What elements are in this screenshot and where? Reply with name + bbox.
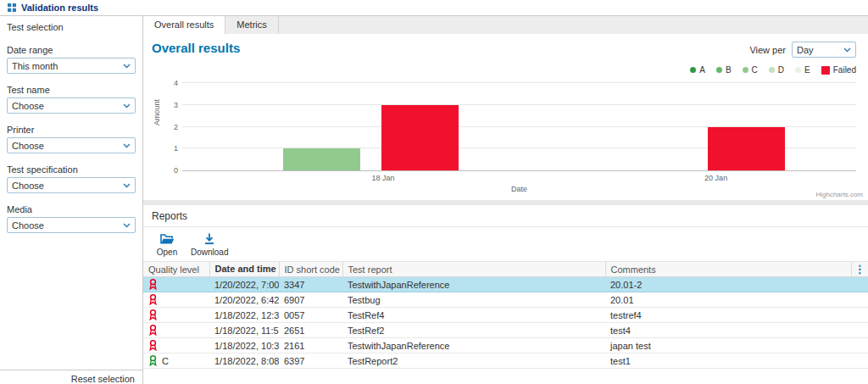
reset-selection-link[interactable]: Reset selection: [71, 374, 135, 384]
column-header-test-report[interactable]: Test report: [342, 262, 605, 277]
legend-label: A: [699, 65, 705, 75]
cell-comments: 20.01-2: [605, 277, 851, 292]
quality-grade: C: [162, 356, 169, 366]
chart-legend: ABCDEFailed: [690, 65, 856, 75]
chart-bar-failed-18-jan: [381, 105, 459, 170]
chevron-down-icon: [123, 223, 131, 228]
column-header-quality-level[interactable]: Quality level: [143, 262, 209, 277]
quality-ribbon-icon: [148, 325, 158, 336]
legend-item-b[interactable]: B: [716, 65, 732, 75]
filter-select-printer[interactable]: Choose: [7, 137, 136, 153]
cell-test-report: TestwithJapanReference: [342, 338, 605, 353]
quality-ribbon-icon: [148, 309, 158, 320]
table-header-row: Quality levelDate and timeID short codeT…: [143, 262, 868, 277]
column-label: Test report: [348, 264, 392, 275]
cell-quality-level: [143, 338, 209, 353]
legend-item-failed[interactable]: Failed: [821, 65, 856, 75]
legend-item-c[interactable]: C: [743, 65, 758, 75]
table-row[interactable]: 1/18/2022, 10:32:34...2161TestwithJapanR…: [143, 338, 868, 353]
filter-label-date-range: Date range: [7, 45, 136, 55]
column-label: Quality level: [148, 264, 199, 275]
column-header-comments[interactable]: Comments: [605, 262, 851, 277]
chevron-down-icon: [123, 64, 131, 69]
reports-toolbar: OpenDownload: [143, 227, 868, 261]
legend-label: D: [778, 65, 784, 75]
column-header-date-and-time[interactable]: Date and time: [209, 262, 279, 277]
legend-item-d[interactable]: D: [769, 65, 784, 75]
legend-item-a[interactable]: A: [690, 65, 705, 75]
page-title: Overall results: [152, 41, 240, 55]
legend-label: Failed: [833, 65, 856, 75]
cell-test-report: TestRef2: [342, 323, 605, 338]
cell-test-report: TestReport2: [342, 353, 605, 369]
cell-id-short-code: 2161: [279, 338, 342, 353]
filter-select-test-name[interactable]: Choose: [7, 97, 136, 114]
tool-label: Open: [157, 248, 177, 257]
cell-comments: test1: [605, 353, 851, 369]
main-area: Overall resultsMetrics Overall results V…: [143, 16, 868, 384]
x-tick-label: 20 Jan: [704, 174, 727, 182]
filter-select-test-specification[interactable]: Choose: [7, 177, 136, 193]
filter-select-media[interactable]: Choose: [7, 217, 136, 233]
tab-bar: Overall resultsMetrics: [143, 16, 868, 34]
filter-group-test-specification: Test specificationChoose: [7, 164, 136, 193]
legend-item-e[interactable]: E: [795, 65, 810, 75]
column-menu-icon[interactable]: ⋮: [854, 263, 865, 275]
table-row[interactable]: 1/18/2022, 12:30:57...0057TestRef4testre…: [143, 308, 868, 323]
app-icon: [8, 3, 16, 12]
chart-bar-c-18-jan: [283, 148, 360, 170]
view-per-select[interactable]: Day: [792, 42, 856, 58]
chart-plot-area: Date 0123418 Jan20 Jan: [182, 83, 856, 171]
top-bar: Validation results: [0, 0, 868, 16]
reports-table: Quality levelDate and timeID short codeT…: [143, 261, 868, 369]
chevron-down-icon: [843, 47, 851, 53]
column-label: ID short code: [285, 264, 340, 275]
legend-marker-icon: [821, 66, 830, 75]
y-tick-label: 2: [174, 123, 178, 131]
reports-panel: Reports OpenDownload Quality levelDate a…: [143, 205, 868, 384]
sidebar-title: Test selection: [0, 16, 142, 34]
quality-ribbon-icon: [148, 294, 158, 305]
x-tick-label: 18 Jan: [371, 174, 394, 182]
cell-comments: 20.01: [605, 292, 851, 308]
legend-label: E: [804, 65, 810, 75]
cell-id-short-code: 3347: [279, 277, 342, 292]
cell-id-short-code: 0057: [279, 308, 342, 323]
cell-comments: test4: [605, 323, 851, 338]
cell-test-report: TestRef4: [342, 308, 605, 323]
cell-row-menu: [851, 353, 868, 369]
table-row[interactable]: 1/20/2022, 7:00:30...3347TestwithJapanRe…: [143, 277, 868, 292]
open-button[interactable]: Open: [152, 233, 182, 257]
filter-select-date-range[interactable]: This month: [7, 58, 136, 74]
table-row[interactable]: 1/20/2022, 6:42:13...6907Testbug20.01: [143, 292, 868, 308]
reset-row: Reset selection: [0, 370, 142, 384]
cell-date-time: 1/20/2022, 6:42:13...: [209, 292, 279, 308]
chevron-down-icon: [123, 103, 131, 109]
column-label: Date and time: [215, 264, 276, 274]
tab-metrics[interactable]: Metrics: [225, 16, 278, 34]
cell-date-time: 1/20/2022, 7:00:30...: [209, 277, 279, 292]
filter-group-test-name: Test nameChoose: [7, 85, 136, 114]
y-axis-label: Amount: [153, 99, 161, 125]
gridline: [182, 82, 856, 83]
cell-date-time: 1/18/2022, 12:30:57...: [209, 308, 279, 323]
column-header-id-short-code[interactable]: ID short code: [279, 262, 342, 277]
filter-label-printer: Printer: [7, 125, 136, 135]
app-window: Validation results Test selection Date r…: [0, 0, 868, 384]
table-row[interactable]: 1/18/2022, 11:56:23...2651TestRef2test4: [143, 323, 868, 338]
reports-title: Reports: [143, 205, 868, 227]
legend-label: B: [726, 65, 732, 75]
cell-row-menu: [851, 277, 868, 292]
quality-ribbon-icon: [148, 355, 158, 366]
legend-marker-icon: [743, 67, 748, 73]
x-axis-label: Date: [511, 185, 527, 193]
panel-header: Overall results View per Day: [152, 41, 856, 58]
cell-row-menu: [851, 308, 868, 323]
table-row[interactable]: C1/18/2022, 8:08:00...6397TestReport2tes…: [143, 353, 868, 369]
filter-value: Choose: [12, 141, 44, 151]
download-button[interactable]: Download: [191, 233, 228, 257]
cell-quality-level: [143, 308, 209, 323]
quality-ribbon-icon: [148, 279, 158, 290]
filter-value: Choose: [12, 181, 44, 191]
tab-overall-results[interactable]: Overall results: [143, 16, 225, 34]
